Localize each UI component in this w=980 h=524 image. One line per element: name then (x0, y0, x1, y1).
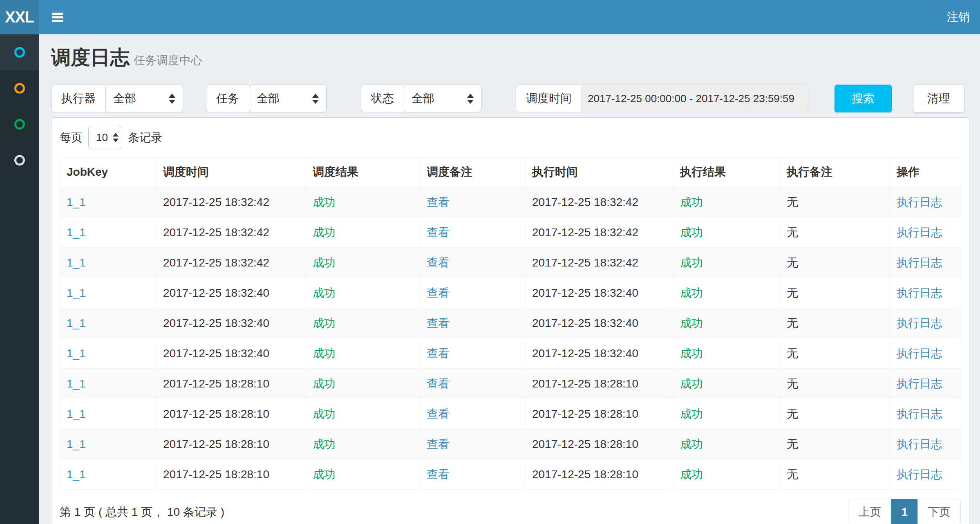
log-table: JobKey调度时间调度结果调度备注执行时间执行结果执行备注操作 1_12017… (60, 157, 961, 490)
trigger-result-cell: 成功 (313, 377, 336, 390)
sidebar-item-3[interactable] (0, 106, 39, 142)
content-header: 调度日志任务调度中心 (51, 34, 969, 72)
job-key-link[interactable]: 1_1 (67, 196, 86, 208)
execution-log-link[interactable]: 执行日志 (897, 468, 942, 481)
sidebar-toggle-button[interactable] (50, 10, 65, 25)
handle-result-cell: 成功 (680, 408, 703, 420)
trigger-result-cell: 成功 (313, 468, 336, 481)
execution-log-link[interactable]: 执行日志 (897, 347, 942, 360)
view-trigger-msg-link[interactable]: 查看 (427, 196, 450, 208)
trigger-result-cell: 成功 (313, 347, 336, 360)
current-page-button[interactable]: 1 (891, 499, 917, 524)
job-key-link[interactable]: 1_1 (67, 468, 86, 481)
view-trigger-msg-link[interactable]: 查看 (427, 347, 450, 360)
handle-result-cell: 成功 (680, 377, 703, 390)
search-button[interactable]: 搜索 (835, 85, 892, 112)
status-select-value: 全部 (412, 91, 462, 106)
view-trigger-msg-link[interactable]: 查看 (427, 408, 450, 420)
job-key-link[interactable]: 1_1 (67, 256, 86, 269)
trigger-result-cell: 成功 (313, 226, 336, 239)
view-trigger-msg-link[interactable]: 查看 (427, 468, 450, 481)
next-page-button[interactable]: 下页 (917, 499, 960, 524)
execution-log-link[interactable]: 执行日志 (897, 226, 942, 239)
per-page-select[interactable]: 10 (88, 126, 122, 149)
executor-filter: 执行器 全部 (51, 85, 183, 112)
handle-time-cell: 2017-12-25 18:32:42 (532, 226, 638, 239)
execution-log-link[interactable]: 执行日志 (897, 287, 942, 299)
logout-link[interactable]: 注销 (947, 9, 970, 25)
sidebar-item-4[interactable] (0, 142, 39, 178)
executor-select[interactable]: 全部 (105, 85, 183, 112)
main-content: 调度日志任务调度中心 执行器 全部 任务 全部 状态 全部 调度时间 (39, 34, 980, 524)
job-filter: 任务 全部 (206, 85, 327, 112)
per-page-prefix: 每页 (60, 130, 83, 146)
table-row: 1_12017-12-25 18:32:42成功查看2017-12-25 18:… (60, 187, 961, 217)
handle-msg-cell: 无 (787, 408, 798, 420)
content-panel: 每页 10 条记录 JobKey调度时间调度结果调度备注执行时间执行结果执行备注… (51, 117, 969, 524)
view-trigger-msg-link[interactable]: 查看 (427, 226, 450, 239)
app-logo[interactable]: XXL (0, 0, 39, 34)
table-row: 1_12017-12-25 18:28:10成功查看2017-12-25 18:… (60, 459, 961, 490)
navbar-main: 注销 (39, 0, 980, 34)
job-key-link[interactable]: 1_1 (67, 438, 86, 450)
trigger-time-cell: 2017-12-25 18:32:42 (163, 256, 269, 269)
executor-filter-label: 执行器 (51, 85, 105, 112)
execution-log-link[interactable]: 执行日志 (897, 317, 942, 329)
sidebar-item-2[interactable] (0, 70, 39, 106)
view-trigger-msg-link[interactable]: 查看 (427, 377, 450, 390)
table-row: 1_12017-12-25 18:32:42成功查看2017-12-25 18:… (60, 217, 961, 248)
trigger-time-cell: 2017-12-25 18:28:10 (163, 408, 269, 420)
view-trigger-msg-link[interactable]: 查看 (427, 287, 450, 299)
view-trigger-msg-link[interactable]: 查看 (427, 256, 450, 269)
trigger-time-cell: 2017-12-25 18:28:10 (163, 468, 269, 481)
handle-msg-cell: 无 (787, 438, 798, 450)
status-filter-label: 状态 (361, 85, 404, 112)
handle-result-cell: 成功 (680, 347, 703, 360)
handle-time-cell: 2017-12-25 18:28:10 (532, 438, 638, 450)
sidebar-item-1[interactable] (0, 34, 39, 70)
per-page-control: 每页 10 条记录 (60, 126, 961, 149)
column-header: 执行备注 (780, 158, 890, 187)
execution-log-link[interactable]: 执行日志 (897, 408, 942, 420)
job-key-link[interactable]: 1_1 (67, 347, 86, 360)
select-arrows-icon (169, 94, 175, 104)
handle-msg-cell: 无 (787, 287, 798, 299)
column-header: 调度结果 (306, 158, 420, 187)
status-select[interactable]: 全部 (404, 85, 481, 112)
table-row: 1_12017-12-25 18:32:42成功查看2017-12-25 18:… (60, 248, 961, 278)
filter-toolbar: 执行器 全部 任务 全部 状态 全部 调度时间 搜索 清理 (51, 85, 969, 112)
handle-time-cell: 2017-12-25 18:32:40 (532, 287, 638, 299)
column-header: 调度时间 (157, 158, 306, 187)
circle-icon (14, 119, 25, 130)
column-header: 执行时间 (526, 158, 673, 187)
execution-log-link[interactable]: 执行日志 (897, 377, 942, 390)
view-trigger-msg-link[interactable]: 查看 (427, 438, 450, 450)
view-trigger-msg-link[interactable]: 查看 (427, 317, 450, 329)
handle-result-cell: 成功 (680, 468, 703, 481)
handle-time-cell: 2017-12-25 18:32:40 (532, 347, 638, 360)
trigger-time-input[interactable] (582, 85, 808, 112)
job-key-link[interactable]: 1_1 (67, 226, 86, 239)
pagination: 上页 1 下页 (848, 499, 961, 524)
column-header: 执行结果 (673, 158, 780, 187)
job-key-link[interactable]: 1_1 (67, 317, 86, 329)
job-key-link[interactable]: 1_1 (67, 408, 86, 420)
handle-result-cell: 成功 (680, 256, 703, 269)
clear-button[interactable]: 清理 (913, 85, 964, 112)
handle-result-cell: 成功 (680, 196, 703, 208)
handle-msg-cell: 无 (787, 377, 798, 390)
prev-page-button[interactable]: 上页 (848, 499, 891, 524)
execution-log-link[interactable]: 执行日志 (897, 256, 942, 269)
handle-msg-cell: 无 (787, 226, 798, 239)
job-select[interactable]: 全部 (249, 85, 327, 112)
execution-log-link[interactable]: 执行日志 (897, 196, 942, 208)
table-footer: 第 1 页 ( 总共 1 页， 10 条记录 ) 上页 1 下页 (60, 499, 961, 524)
circle-icon (14, 83, 25, 94)
handle-time-cell: 2017-12-25 18:32:40 (532, 317, 638, 329)
execution-log-link[interactable]: 执行日志 (897, 438, 942, 450)
trigger-time-cell: 2017-12-25 18:28:10 (163, 377, 269, 390)
job-key-link[interactable]: 1_1 (67, 377, 86, 390)
job-key-link[interactable]: 1_1 (67, 287, 86, 299)
per-page-suffix: 条记录 (128, 130, 162, 146)
trigger-time-cell: 2017-12-25 18:32:42 (163, 226, 269, 239)
